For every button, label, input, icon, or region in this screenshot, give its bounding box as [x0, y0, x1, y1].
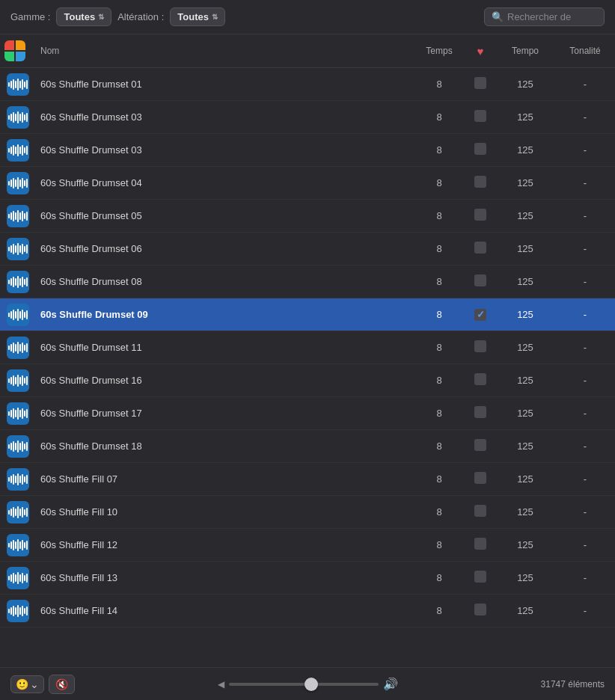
row-tonalite: -: [555, 562, 615, 595]
row-tonalite: -: [555, 430, 615, 463]
search-box[interactable]: 🔍: [484, 7, 605, 26]
table-row[interactable]: 60s Shuffle Fill 078125-: [0, 463, 615, 496]
table-row[interactable]: 60s Shuffle Drumset 178125-: [0, 397, 615, 430]
favorite-check-icon[interactable]: [474, 110, 486, 122]
row-favorite-checkbox[interactable]: [465, 595, 495, 627]
favorite-check-icon[interactable]: [474, 373, 486, 385]
col-header-tonalite: Tonalité: [555, 34, 615, 68]
table-row[interactable]: 60s Shuffle Drumset 188125-: [0, 430, 615, 463]
waveform-icon: [7, 106, 29, 129]
row-tonalite: -: [555, 496, 615, 529]
row-tonalite: -: [555, 331, 615, 364]
row-waveform-icon: [0, 331, 36, 364]
row-temps: 8: [413, 562, 465, 595]
alteration-value: Toutes: [177, 11, 209, 22]
row-waveform-icon: [0, 298, 36, 331]
favorite-check-icon[interactable]: [474, 77, 486, 89]
table-row[interactable]: 60s Shuffle Drumset 038125-: [0, 101, 615, 134]
row-favorite-checkbox[interactable]: [465, 364, 495, 397]
favorite-check-icon[interactable]: [474, 505, 486, 517]
table-row[interactable]: 60s Shuffle Fill 148125-: [0, 595, 615, 627]
row-favorite-checkbox[interactable]: [465, 529, 495, 562]
row-favorite-checkbox[interactable]: [465, 101, 495, 134]
row-tonalite: -: [555, 200, 615, 233]
waveform-icon: [7, 567, 29, 589]
table-row[interactable]: 60s Shuffle Fill 108125-: [0, 496, 615, 529]
row-temps: 8: [413, 496, 465, 529]
search-input[interactable]: [507, 11, 597, 22]
row-favorite-checkbox[interactable]: [465, 200, 495, 233]
table-row[interactable]: 60s Shuffle Drumset 068125-: [0, 233, 615, 265]
row-waveform-icon: [0, 595, 36, 627]
row-tempo: 125: [495, 397, 555, 430]
logo-quadrant-3: [4, 52, 14, 61]
row-favorite-checkbox[interactable]: [465, 562, 495, 595]
row-tempo: 125: [495, 134, 555, 167]
waveform-icon: [7, 205, 29, 227]
favorite-check-icon[interactable]: [474, 209, 486, 221]
favorite-check-icon[interactable]: [474, 472, 486, 484]
row-favorite-checkbox[interactable]: [465, 463, 495, 496]
row-name: 60s Shuffle Drumset 11: [36, 331, 413, 364]
volume-high-icon: 🔊: [383, 677, 398, 691]
volume-slider-thumb[interactable]: [305, 678, 318, 691]
row-favorite-checkbox[interactable]: ✓: [465, 298, 495, 331]
row-name: 60s Shuffle Drumset 18: [36, 430, 413, 463]
waveform-icon: [7, 369, 29, 392]
table-row[interactable]: 60s Shuffle Fill 128125-: [0, 529, 615, 562]
row-favorite-checkbox[interactable]: [465, 430, 495, 463]
speaker-button[interactable]: 🔇: [49, 675, 75, 694]
alteration-chevron-icon: ⇅: [212, 13, 218, 21]
row-temps: 8: [413, 200, 465, 233]
speaker-icon: 🔇: [55, 678, 68, 690]
favorite-check-icon[interactable]: [474, 340, 486, 352]
row-name: 60s Shuffle Drumset 01: [36, 68, 413, 101]
table-row[interactable]: 60s Shuffle Drumset 018125-: [0, 68, 615, 101]
favorite-check-icon[interactable]: [474, 571, 486, 583]
table-row[interactable]: 60s Shuffle Drumset 098✓125-: [0, 298, 615, 331]
waveform-icon: [7, 402, 29, 425]
row-favorite-checkbox[interactable]: [465, 496, 495, 529]
row-tempo: 125: [495, 496, 555, 529]
favorite-check-icon[interactable]: [474, 242, 486, 254]
smiley-icon: 🙂: [16, 678, 28, 690]
col-header-tempo: Tempo: [495, 34, 555, 68]
row-temps: 8: [413, 463, 465, 496]
row-waveform-icon: [0, 68, 36, 101]
gamme-dropdown[interactable]: Toutes ⇅: [56, 7, 111, 26]
row-favorite-checkbox[interactable]: [465, 134, 495, 167]
volume-slider-track[interactable]: [229, 683, 379, 686]
table-row[interactable]: 60s Shuffle Drumset 088125-: [0, 265, 615, 298]
row-favorite-checkbox[interactable]: [465, 233, 495, 265]
waveform-icon: [7, 172, 29, 194]
alteration-dropdown[interactable]: Toutes ⇅: [170, 7, 225, 26]
row-temps: 8: [413, 529, 465, 562]
favorite-check-icon[interactable]: ✓: [474, 309, 486, 321]
table-row[interactable]: 60s Shuffle Drumset 058125-: [0, 200, 615, 233]
favorite-check-icon[interactable]: [474, 274, 486, 286]
favorite-check-icon[interactable]: [474, 604, 486, 615]
table-row[interactable]: 60s Shuffle Drumset 168125-: [0, 364, 615, 397]
row-favorite-checkbox[interactable]: [465, 397, 495, 430]
row-name: 60s Shuffle Drumset 09: [36, 298, 413, 331]
waveform-icon: [7, 304, 29, 326]
favorite-check-icon[interactable]: [474, 406, 486, 418]
table-row[interactable]: 60s Shuffle Drumset 038125-: [0, 134, 615, 167]
waveform-icon: [7, 73, 29, 96]
table-row[interactable]: 60s Shuffle Fill 138125-: [0, 562, 615, 595]
smiley-button[interactable]: 🙂 ⌄: [10, 675, 44, 693]
favorite-check-icon[interactable]: [474, 538, 486, 550]
table-row[interactable]: 60s Shuffle Drumset 118125-: [0, 331, 615, 364]
favorite-check-icon[interactable]: [474, 176, 486, 188]
row-favorite-checkbox[interactable]: [465, 331, 495, 364]
row-favorite-checkbox[interactable]: [465, 68, 495, 101]
gamme-label: Gamme :: [10, 11, 50, 22]
table-body: 60s Shuffle Drumset 018125-60s Shuffle D…: [0, 68, 615, 627]
row-favorite-checkbox[interactable]: [465, 167, 495, 200]
favorite-check-icon[interactable]: [474, 143, 486, 155]
table-row[interactable]: 60s Shuffle Drumset 048125-: [0, 167, 615, 200]
waveform-icon: [7, 501, 29, 524]
row-favorite-checkbox[interactable]: [465, 265, 495, 298]
row-tonalite: -: [555, 595, 615, 627]
favorite-check-icon[interactable]: [474, 439, 486, 451]
